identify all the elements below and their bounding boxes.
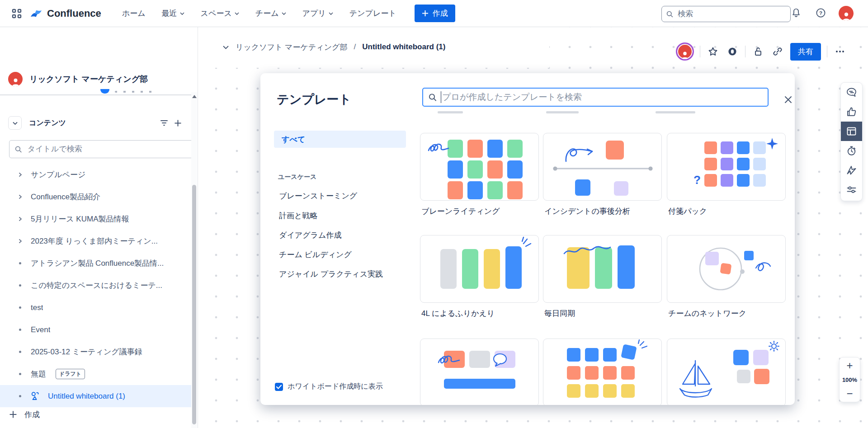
template-search-input[interactable] [441, 91, 762, 103]
template-card[interactable] [420, 133, 539, 201]
copy-link-icon[interactable] [771, 45, 784, 58]
chevron-down-icon[interactable] [222, 44, 229, 51]
template-card[interactable] [543, 133, 662, 201]
template-name[interactable]: 4L によるふりかえり [421, 308, 495, 319]
template-search[interactable] [422, 88, 769, 107]
page-tree-item[interactable]: この特定のスペースにおけるミーテ... [0, 274, 191, 296]
sidebar-create-button[interactable]: 作成 [0, 404, 200, 424]
template-card[interactable] [667, 339, 786, 405]
bullet-icon [19, 329, 21, 331]
page-tree-item[interactable]: test [0, 296, 191, 319]
page-tree-item[interactable]: 2025-03-12 ミーティング議事録 [0, 341, 191, 363]
title-search-input[interactable] [27, 144, 191, 154]
favorite-star-icon[interactable] [706, 45, 720, 58]
category-planning[interactable]: 計画と戦略 [279, 211, 317, 221]
modal-title: テンプレート [277, 91, 351, 108]
page-tree-item[interactable]: サンプルページ [0, 164, 191, 186]
reactions-thumbs-up-icon[interactable] [841, 102, 862, 122]
help-icon[interactable]: ? [814, 6, 827, 19]
profile-avatar[interactable] [839, 6, 854, 21]
template-card[interactable] [543, 339, 662, 405]
watch-eye-icon[interactable] [726, 45, 739, 58]
template-card[interactable] [667, 235, 786, 303]
collapse-chevron-icon[interactable] [8, 116, 22, 130]
category-brainstorming[interactable]: ブレーンストーミング [279, 191, 357, 201]
category-agile[interactable]: アジャイル プラクティス実践 [279, 269, 383, 279]
template-card[interactable]: ? [667, 133, 786, 201]
template-card[interactable] [420, 235, 539, 303]
more-menu-icon[interactable] [833, 45, 847, 58]
templates-icon[interactable] [841, 122, 862, 141]
star-shape-icon[interactable] [841, 160, 862, 180]
nav-item-apps[interactable]: アプリ [302, 8, 333, 19]
category-all[interactable]: すべて [274, 131, 406, 148]
app-switcher-icon[interactable] [10, 7, 24, 20]
whiteboard-icon [31, 391, 40, 401]
divider [700, 46, 700, 57]
nav-item-teams[interactable]: チーム [255, 8, 286, 19]
page-tree-item-draft[interactable]: 無題ドラフト [0, 363, 191, 385]
confluence-logo[interactable]: Confluence [30, 8, 101, 19]
whiteboard-toolbar [840, 82, 863, 201]
global-search-input[interactable] [677, 9, 786, 19]
nav-item-home[interactable]: ホーム [122, 8, 146, 19]
space-header[interactable]: リックソフト マーケティング部 [8, 70, 148, 89]
bullet-icon [19, 395, 21, 397]
comment-icon[interactable] [841, 83, 862, 102]
title-search[interactable] [9, 140, 197, 158]
template-name[interactable]: インシデントの事後分析 [544, 206, 630, 216]
page-tree-item[interactable]: Event [0, 319, 191, 341]
nav-item-recent[interactable]: 最近 [162, 8, 184, 19]
clipped-row-fragment [656, 111, 695, 113]
page-tree-item-selected[interactable]: Untitled whiteboard (1) [0, 385, 191, 407]
nav-item-templates[interactable]: テンプレート [349, 8, 396, 19]
page-tree-item[interactable]: 2023年度 りっくま部内ミーティン... [0, 230, 191, 252]
close-icon[interactable] [782, 93, 794, 106]
share-button[interactable]: 共有 [790, 43, 821, 61]
breadcrumb-separator: / [354, 42, 356, 52]
category-team-building[interactable]: チーム ビルディング [279, 249, 352, 260]
add-content-icon[interactable] [171, 116, 184, 130]
nav-item-spaces[interactable]: スペース [201, 8, 239, 19]
scrollbar-thumb[interactable] [192, 185, 196, 424]
search-icon [15, 146, 22, 153]
plus-icon [422, 10, 429, 17]
template-thumbnail [420, 133, 539, 200]
template-name[interactable]: 毎日同期 [544, 308, 575, 319]
global-search[interactable] [661, 6, 791, 22]
notifications-bell-icon[interactable] [789, 6, 803, 19]
create-button[interactable]: 作成 [415, 5, 455, 22]
category-diagramming[interactable]: ダイアグラム作成 [279, 230, 341, 240]
checkbox-label: ホワイトボード作成時に表示 [288, 382, 383, 391]
page-tree-item[interactable]: Confluence製品紹介 [0, 186, 191, 208]
timer-icon[interactable] [841, 141, 862, 160]
checkbox-checked-icon[interactable] [275, 383, 283, 391]
show-on-create-checkbox[interactable]: ホワイトボード作成時に表示 [275, 382, 383, 391]
zoom-controls: + 100% − [839, 357, 860, 402]
filter-icon[interactable] [157, 116, 171, 130]
breadcrumb-space-link[interactable]: リックソフト マーケティング部 [236, 42, 348, 52]
template-name[interactable]: 付箋パック [668, 206, 707, 216]
template-thumbnail [420, 339, 539, 405]
scroll-up-arrow[interactable] [192, 95, 197, 98]
confluence-logo-icon [30, 8, 42, 19]
chevron-down-icon [180, 11, 184, 16]
content-section-header: コンテンツ [8, 115, 184, 131]
zoom-level[interactable]: 100% [842, 376, 857, 383]
unlock-icon[interactable] [751, 45, 765, 58]
template-card[interactable] [543, 235, 662, 303]
page-tree-item[interactable]: アトラシアン製品 Confluence製品情... [0, 252, 191, 274]
chevron-right-icon [18, 216, 23, 221]
collaborator-avatar[interactable] [676, 42, 694, 61]
page-tree: サンプルページ Confluence製品紹介 5月リリース KUMA製品情報 2… [0, 164, 191, 407]
settings-sliders-icon[interactable] [841, 180, 862, 199]
template-thumbnail: ? [667, 133, 786, 200]
zoom-in-button[interactable]: + [840, 360, 860, 371]
template-card[interactable] [420, 339, 539, 405]
template-name[interactable]: チームのネットワーク [668, 308, 746, 319]
page-tree-item[interactable]: 5月リリース KUMA製品情報 [0, 208, 191, 230]
template-name[interactable]: ブレーンライティング [421, 206, 500, 216]
divider [827, 46, 827, 57]
sidebar-scrollbar[interactable] [191, 92, 197, 428]
zoom-out-button[interactable]: − [840, 388, 860, 399]
